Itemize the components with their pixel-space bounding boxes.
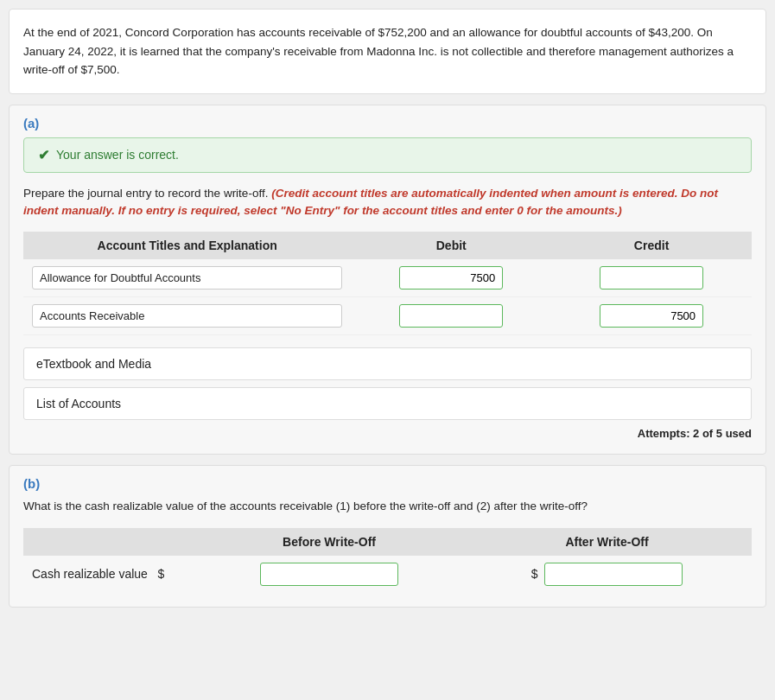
- section-a-label: (a): [10, 105, 765, 137]
- cash-before-cell: [196, 556, 462, 593]
- journal-row-2-credit-input[interactable]: [600, 304, 703, 328]
- scenario-text: At the end of 2021, Concord Corporation …: [23, 23, 752, 80]
- journal-row-2-account-input[interactable]: [32, 304, 342, 328]
- section-a-body: ✔ Your answer is correct. Prepare the jo…: [10, 137, 765, 455]
- scenario-card: At the end of 2021, Concord Corporation …: [9, 9, 766, 94]
- header-debit: Debit: [351, 232, 551, 259]
- cash-table-header-row: Before Write-Off After Write-Off: [23, 528, 752, 556]
- cash-header-after: After Write-Off: [462, 528, 752, 556]
- journal-row-2: [23, 297, 752, 335]
- journal-row-1-debit-cell: [351, 259, 551, 297]
- header-credit: Credit: [551, 232, 752, 259]
- cash-row: Cash realizable value $ $: [23, 556, 752, 593]
- section-b-card: (b) What is the cash realizable value of…: [9, 465, 766, 607]
- journal-row-1-credit-cell: [551, 259, 752, 297]
- journal-row-2-debit-cell: [351, 297, 551, 335]
- section-a-card: (a) ✔ Your answer is correct. Prepare th…: [9, 105, 766, 455]
- attempts-text: Attempts: 2 of 5 used: [23, 427, 752, 440]
- list-of-accounts-row[interactable]: List of Accounts: [23, 387, 752, 420]
- instruction-text: Prepare the journal entry to record the …: [23, 185, 752, 220]
- etextbook-label: eTextbook and Media: [36, 357, 151, 371]
- section-b-instruction: What is the cash realizable value of the…: [10, 498, 765, 515]
- cash-after-cell: $: [462, 556, 752, 593]
- journal-row-2-account-cell: [23, 297, 351, 335]
- correct-banner: ✔ Your answer is correct.: [23, 137, 752, 173]
- dollar-sign-after: $: [531, 567, 538, 581]
- journal-row-1-debit-input[interactable]: [399, 266, 503, 290]
- instruction-normal: Prepare the journal entry to record the …: [23, 187, 268, 200]
- journal-row-1-account-cell: [23, 259, 351, 297]
- check-icon: ✔: [38, 147, 49, 163]
- cash-header-empty: [23, 528, 196, 556]
- header-account: Account Titles and Explanation: [23, 232, 351, 259]
- cash-header-before: Before Write-Off: [196, 528, 462, 556]
- cash-row-label: Cash realizable value $: [23, 556, 196, 593]
- journal-row-1-credit-input[interactable]: [600, 266, 703, 290]
- section-b-label: (b): [10, 466, 765, 498]
- correct-banner-text: Your answer is correct.: [56, 148, 179, 162]
- journal-row-1: [23, 259, 752, 297]
- cash-after-input[interactable]: [544, 563, 683, 586]
- journal-table: Account Titles and Explanation Debit Cre…: [23, 232, 752, 335]
- list-label: List of Accounts: [36, 397, 121, 410]
- dollar-sign-before: $: [158, 567, 165, 581]
- journal-row-2-credit-cell: [551, 297, 752, 335]
- cash-before-input[interactable]: [260, 563, 398, 586]
- cash-table: Before Write-Off After Write-Off Cash re…: [23, 528, 752, 593]
- journal-row-1-account-input[interactable]: [32, 266, 342, 290]
- etextbook-row[interactable]: eTextbook and Media: [23, 347, 752, 380]
- journal-row-2-debit-input[interactable]: [399, 304, 503, 328]
- journal-table-header-row: Account Titles and Explanation Debit Cre…: [23, 232, 752, 259]
